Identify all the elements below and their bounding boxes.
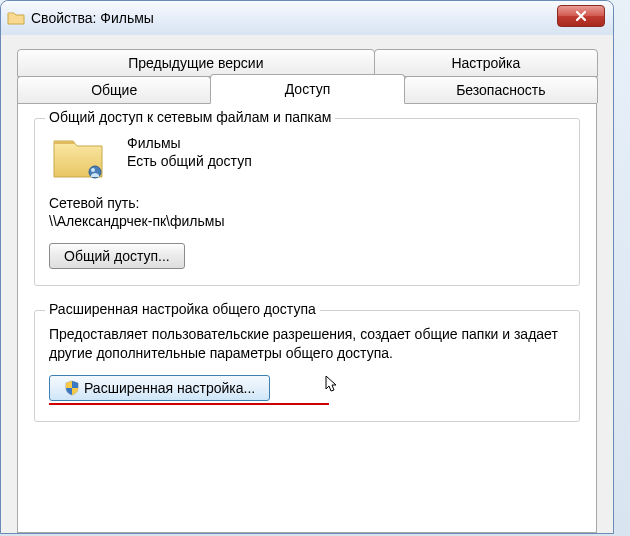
tabs-row-2: Общие Доступ Безопасность: [17, 76, 597, 103]
folder-small-icon: [7, 10, 25, 26]
tab-general[interactable]: Общие: [17, 76, 211, 103]
cursor-icon: [325, 375, 341, 395]
tab-customize[interactable]: Настройка: [374, 49, 598, 77]
svg-point-1: [91, 168, 95, 172]
properties-window: Свойства: Фильмы Предыдущие версии Настр…: [0, 0, 614, 534]
folder-status: Есть общий доступ: [127, 153, 252, 169]
tab-panel-sharing: Общий доступ к сетевым файлам и папкам: [17, 103, 597, 533]
network-path-value: \\Александрчек-пк\фильмы: [49, 213, 565, 229]
content-area: Предыдущие версии Настройка Общие Доступ…: [1, 35, 613, 533]
advanced-sharing-button[interactable]: Расширенная настройка...: [49, 375, 270, 401]
tab-security[interactable]: Безопасность: [404, 76, 598, 103]
group-network-sharing: Общий доступ к сетевым файлам и папкам: [34, 118, 580, 286]
folder-info: Фильмы Есть общий доступ: [127, 133, 252, 169]
folder-name: Фильмы: [127, 135, 252, 151]
tab-sharing[interactable]: Доступ: [210, 74, 404, 104]
tab-previous-versions[interactable]: Предыдущие версии: [17, 49, 375, 77]
group-advanced-sharing-title: Расширенная настройка общего доступа: [45, 301, 320, 317]
highlight-underline: [49, 403, 329, 405]
shield-icon: [64, 380, 80, 396]
folder-info-row: Фильмы Есть общий доступ: [49, 133, 565, 181]
group-network-sharing-title: Общий доступ к сетевым файлам и папкам: [45, 109, 335, 125]
folder-large-icon: [51, 133, 105, 181]
window-title: Свойства: Фильмы: [31, 10, 154, 26]
group-advanced-sharing: Расширенная настройка общего доступа Пре…: [34, 310, 580, 422]
advanced-description: Предоставляет пользовательские разрешени…: [49, 325, 565, 363]
tabs: Предыдущие версии Настройка Общие Доступ…: [17, 49, 597, 103]
titlebar: Свойства: Фильмы: [1, 1, 613, 35]
close-icon: [574, 9, 588, 23]
tabs-row-1: Предыдущие версии Настройка: [17, 49, 597, 77]
share-button[interactable]: Общий доступ...: [49, 243, 185, 269]
close-button[interactable]: [557, 5, 605, 27]
network-path-label: Сетевой путь:: [49, 195, 565, 211]
